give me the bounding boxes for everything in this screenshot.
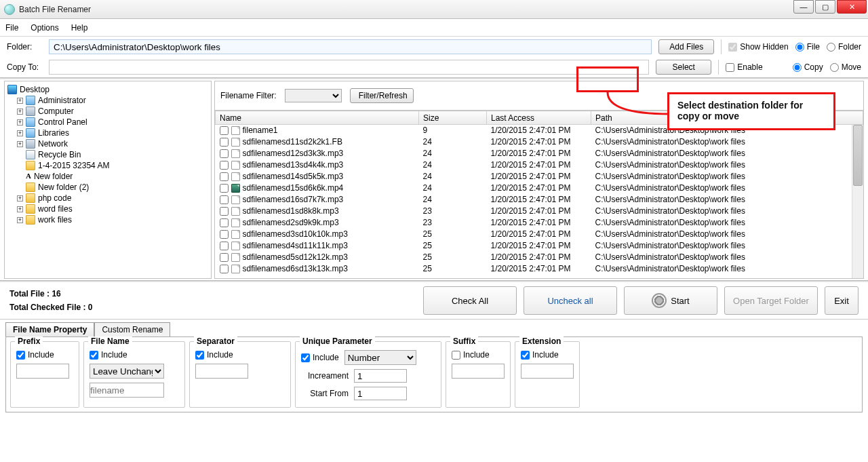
open-target-button[interactable]: Open Target Folder (724, 286, 818, 315)
tree-expander-icon[interactable]: + (17, 119, 23, 126)
folder-input[interactable] (49, 39, 652, 54)
table-row[interactable]: sdfilenamesd15sd6k6k.mp4241/20/2015 2:47… (216, 182, 863, 194)
copy-row: Copy To: Select Enable Copy Move (0, 57, 868, 77)
tab-filename-property[interactable]: File Name Property (5, 322, 94, 336)
cell-size: 25 (419, 252, 487, 263)
file-grid[interactable]: Name Size Last Access Path filename191/2… (215, 111, 863, 275)
menu-help[interactable]: Help (71, 23, 88, 33)
row-checkbox[interactable] (220, 184, 229, 193)
tree-expander-icon[interactable]: + (17, 195, 23, 201)
col-name[interactable]: Name (216, 111, 419, 125)
table-row[interactable]: sdfilenamesd14sd5k5k.mp3241/20/2015 2:47… (216, 171, 863, 182)
add-files-button[interactable]: Add Files (658, 39, 714, 54)
select-button[interactable]: Select (656, 60, 711, 75)
folder-radio[interactable]: Folder (827, 42, 861, 52)
grid-scrollbar[interactable] (852, 125, 863, 278)
tree-item[interactable]: 1-4-2015 32354 AM (7, 160, 208, 171)
table-row[interactable]: sdfilenamesd12sd3k3k.mp3241/20/2015 2:47… (216, 148, 863, 159)
cell-name: sdfilenamesd16sd7k7k.mp3 (243, 195, 344, 204)
file-icon (231, 242, 240, 250)
tree-expander-icon[interactable]: + (17, 98, 23, 104)
table-row[interactable]: sdfilenamesd2sd9k9k.mp3231/20/2015 2:47:… (216, 217, 863, 229)
row-checkbox[interactable] (220, 218, 229, 227)
tree-item[interactable]: +php code (7, 193, 208, 204)
tree-expander-icon[interactable]: + (17, 130, 23, 136)
unique-include[interactable]: Include (301, 353, 339, 362)
cell-path: C:\Users\Administrator\Desktop\work file… (591, 171, 863, 182)
row-checkbox[interactable] (220, 230, 229, 239)
tree-item[interactable]: +Control Panel (7, 117, 208, 128)
table-row[interactable]: sdfilenamesd4sd11k11k.mp3251/20/2015 2:4… (216, 240, 863, 252)
row-checkbox[interactable] (220, 195, 229, 204)
col-size[interactable]: Size (419, 111, 487, 125)
startfrom-input[interactable] (354, 387, 407, 400)
maximize-button[interactable]: ▢ (815, 0, 835, 14)
tree-item[interactable]: New folder (2) (7, 182, 208, 193)
table-row[interactable]: sdfilenamesd11sd2k2k1.FB241/20/2015 2:47… (216, 136, 863, 148)
separator-include[interactable]: Include (195, 350, 233, 360)
row-checkbox[interactable] (220, 138, 229, 147)
unique-type-select[interactable]: Number (344, 350, 416, 365)
menu-file[interactable]: File (5, 23, 18, 33)
row-checkbox[interactable] (220, 265, 229, 273)
tree-item[interactable]: +word files (7, 204, 208, 214)
enable-checkbox[interactable]: Enable (726, 62, 762, 72)
separator-input[interactable] (195, 364, 248, 379)
tree-item[interactable]: Recycle Bin (7, 149, 208, 160)
filename-include[interactable]: Include (90, 350, 127, 360)
table-row[interactable]: sdfilenamesd1sd8k8k.mp3231/20/2015 2:47:… (216, 206, 863, 217)
prefix-include[interactable]: Include (16, 350, 54, 360)
move-radio[interactable]: Move (830, 62, 861, 72)
table-row[interactable]: sdfilenamesd3sd10k10k.mp3251/20/2015 2:4… (216, 229, 863, 240)
tree-expander-icon[interactable]: + (17, 109, 23, 115)
col-last[interactable]: Last Access (487, 111, 591, 125)
row-checkbox[interactable] (220, 242, 229, 250)
filename-input[interactable] (90, 383, 164, 398)
tree-item[interactable]: ANew folder (7, 171, 208, 182)
tree-expander-icon[interactable]: + (17, 141, 23, 147)
row-checkbox[interactable] (220, 172, 229, 181)
exit-button[interactable]: Exit (825, 286, 859, 315)
table-row[interactable]: sdfilenamesd13sd4k4k.mp3241/20/2015 2:47… (216, 159, 863, 171)
row-checkbox[interactable] (220, 149, 229, 158)
extension-input[interactable] (521, 364, 574, 379)
table-row[interactable]: sdfilenamesd16sd7k7k.mp3241/20/2015 2:47… (216, 194, 863, 206)
row-checkbox[interactable] (220, 161, 229, 170)
check-all-button[interactable]: Check All (423, 286, 517, 315)
tree-item[interactable]: +Administrator (7, 95, 208, 106)
filter-select[interactable] (285, 89, 342, 102)
tree-item[interactable]: +Libraries (7, 128, 208, 138)
tree-item[interactable]: +work files (7, 214, 208, 225)
tree-item[interactable]: +Network (7, 138, 208, 149)
tree-item[interactable]: Desktop (7, 84, 208, 95)
uncheck-all-button[interactable]: Uncheck all (524, 286, 617, 315)
close-button[interactable]: ✕ (837, 0, 867, 14)
filter-refresh-button[interactable]: Filter/Refresh (350, 88, 414, 103)
show-hidden-checkbox[interactable]: Show Hidden (728, 42, 788, 52)
suffix-input[interactable] (452, 364, 505, 379)
copyto-input[interactable] (49, 60, 649, 75)
filename-mode-select[interactable]: Leave Unchange (90, 364, 164, 379)
start-button[interactable]: Start (624, 286, 717, 315)
increment-input[interactable] (354, 369, 407, 383)
tree-item[interactable]: +Computer (7, 106, 208, 117)
copy-radio[interactable]: Copy (793, 62, 823, 72)
table-row[interactable]: sdfilenamesd5sd12k12k.mp3251/20/2015 2:4… (216, 252, 863, 263)
extension-include[interactable]: Include (521, 350, 559, 360)
row-checkbox[interactable] (220, 253, 229, 262)
group-separator-title: Separator (194, 336, 237, 346)
table-row[interactable]: sdfilenamesd6sd13k13k.mp3251/20/2015 2:4… (216, 263, 863, 275)
cell-path: C:\Users\Administrator\Desktop\work file… (591, 206, 863, 217)
tree-expander-icon[interactable]: + (17, 217, 23, 223)
tree-expander-icon[interactable]: + (17, 206, 23, 212)
file-radio[interactable]: File (795, 42, 820, 52)
tab-custom-rename[interactable]: Custom Rename (94, 322, 170, 336)
folder-tree[interactable]: Desktop+Administrator+Computer+Control P… (4, 81, 212, 279)
suffix-include[interactable]: Include (452, 350, 490, 360)
row-checkbox[interactable] (220, 126, 229, 135)
row-checkbox[interactable] (220, 207, 229, 216)
prefix-input[interactable] (16, 364, 69, 379)
gear-icon (652, 293, 667, 308)
menu-options[interactable]: Options (31, 23, 58, 33)
minimize-button[interactable]: — (793, 0, 814, 14)
